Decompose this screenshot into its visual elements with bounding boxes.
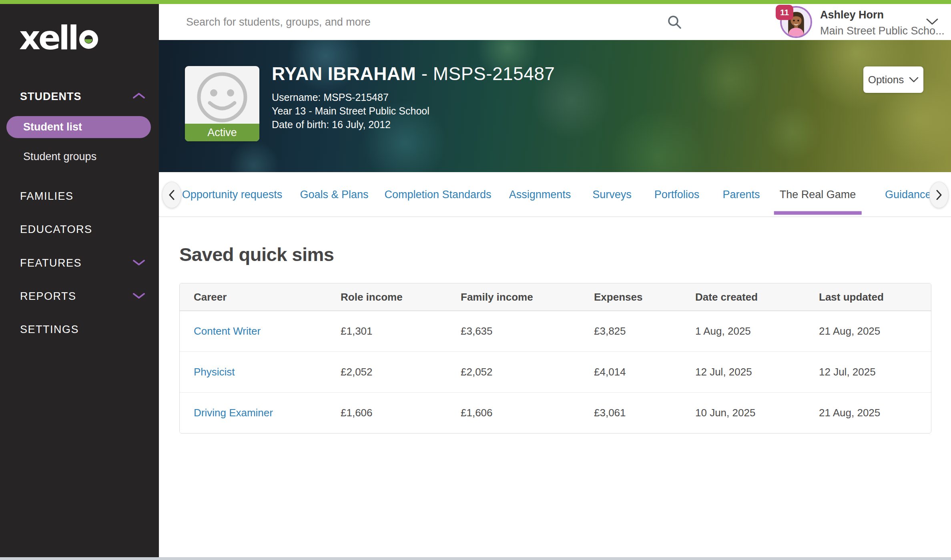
sidebar-item-student-list[interactable]: Student list: [6, 116, 151, 138]
logo-o-icon: [79, 30, 98, 49]
main-content: Saved quick sims Career Role income Fami…: [159, 217, 951, 557]
horizontal-scrollbar[interactable]: [0, 557, 951, 560]
chevron-down-icon[interactable]: [926, 18, 939, 26]
student-id: - MSPS-215487: [416, 63, 555, 84]
tab-portfolios[interactable]: Portfolios: [654, 188, 700, 201]
search-icon[interactable]: [666, 14, 682, 30]
career-link[interactable]: Content Writer: [194, 325, 261, 337]
student-title: RYAN IBRAHAM - MSPS-215487: [272, 63, 555, 84]
logo-text: xell: [19, 22, 77, 54]
career-link[interactable]: Physicist: [194, 366, 235, 378]
tab-parents[interactable]: Parents: [722, 188, 760, 201]
tab-the-real-game[interactable]: The Real Game: [780, 188, 856, 201]
sidebar-item-label: Student list: [23, 121, 82, 133]
family-income-value: £1,606: [447, 407, 580, 419]
tab-opportunity-requests[interactable]: Opportunity requests: [182, 188, 283, 201]
sidebar-section-features[interactable]: FEATURES: [20, 257, 82, 269]
chevron-down-icon[interactable]: [132, 259, 146, 267]
notification-badge[interactable]: 11: [776, 5, 793, 20]
smiley-placeholder-icon: [185, 66, 259, 124]
tab-surveys[interactable]: Surveys: [592, 188, 632, 201]
search-input[interactable]: [159, 4, 671, 40]
tabs-scroll-left-button[interactable]: [162, 182, 181, 208]
app-window: xell STUDENTS Student list Student group…: [0, 0, 951, 560]
options-label: Options: [868, 74, 904, 86]
sidebar-section-students[interactable]: STUDENTS: [20, 90, 82, 103]
student-photo-card: Active: [185, 66, 259, 141]
date-created-value: 10 Jun, 2025: [681, 407, 805, 419]
table-header-row: Career Role income Family income Expense…: [180, 283, 931, 311]
expenses-value: £3,061: [580, 407, 681, 419]
column-header-last-updated: Last updated: [805, 291, 931, 303]
role-income-value: £1,301: [327, 325, 447, 337]
chevron-down-icon[interactable]: [132, 292, 146, 300]
column-header-date-created: Date created: [681, 291, 805, 303]
chevron-down-icon: [909, 77, 919, 83]
column-header-career: Career: [180, 291, 327, 303]
expenses-value: £3,825: [580, 325, 681, 337]
chevron-up-icon[interactable]: [132, 92, 146, 100]
last-updated-value: 21 Aug, 2025: [805, 407, 931, 419]
student-username-line: Username: MSPS-215487: [272, 90, 555, 104]
options-button[interactable]: Options: [863, 66, 923, 93]
date-created-value: 12 Jul, 2025: [681, 366, 805, 378]
status-badge: Active: [185, 124, 259, 141]
user-organization: Main Street Public Scho...: [820, 25, 945, 37]
saved-quick-sims-table: Career Role income Family income Expense…: [179, 283, 931, 434]
last-updated-value: 21 Aug, 2025: [805, 325, 931, 337]
tab-assignments[interactable]: Assignments: [509, 188, 571, 201]
sidebar-section-educators[interactable]: EDUCATORS: [20, 223, 92, 236]
tabs-scroll-right-button[interactable]: [929, 182, 949, 208]
table-row: Physicist £2,052 £2,052 £4,014 12 Jul, 2…: [180, 352, 931, 393]
career-link[interactable]: Driving Examiner: [194, 407, 273, 419]
sidebar-section-settings[interactable]: SETTINGS: [20, 323, 79, 336]
topbar: 11 Ashley Horn Main Street Public Scho..…: [159, 4, 951, 40]
top-accent-bar: [0, 0, 951, 4]
xello-logo[interactable]: xell: [19, 22, 98, 54]
column-header-expenses: Expenses: [580, 291, 681, 303]
table-row: Driving Examiner £1,606 £1,606 £3,061 10…: [180, 393, 931, 433]
student-year-line: Year 13 - Main Street Public School: [272, 104, 555, 118]
page-title: Saved quick sims: [179, 243, 951, 265]
family-income-value: £2,052: [447, 366, 580, 378]
sidebar-section-reports[interactable]: REPORTS: [20, 290, 76, 303]
table-row: Content Writer £1,301 £3,635 £3,825 1 Au…: [180, 311, 931, 352]
tab-completion-standards[interactable]: Completion Standards: [384, 188, 491, 201]
expenses-value: £4,014: [580, 366, 681, 378]
role-income-value: £2,052: [327, 366, 447, 378]
chevron-left-icon: [169, 190, 175, 200]
column-header-role-income: Role income: [327, 291, 447, 303]
column-header-family-income: Family income: [447, 291, 580, 303]
date-created-value: 1 Aug, 2025: [681, 325, 805, 337]
sidebar-section-families[interactable]: FAMILIES: [20, 190, 74, 203]
sidebar-item-student-groups[interactable]: Student groups: [23, 151, 96, 163]
chevron-right-icon: [936, 190, 942, 200]
tab-goals-plans[interactable]: Goals & Plans: [300, 188, 368, 201]
student-tabs: Opportunity requests Goals & Plans Compl…: [159, 172, 951, 217]
student-name: RYAN IBRAHAM: [272, 63, 416, 84]
sidebar: xell STUDENTS Student list Student group…: [0, 4, 159, 560]
last-updated-value: 12 Jul, 2025: [805, 366, 931, 378]
student-banner: Active RYAN IBRAHAM - MSPS-215487 Userna…: [159, 40, 951, 172]
role-income-value: £1,606: [327, 407, 447, 419]
student-dob-line: Date of birth: 16 July, 2012: [272, 118, 555, 131]
student-info: RYAN IBRAHAM - MSPS-215487 Username: MSP…: [272, 63, 555, 131]
family-income-value: £3,635: [447, 325, 580, 337]
